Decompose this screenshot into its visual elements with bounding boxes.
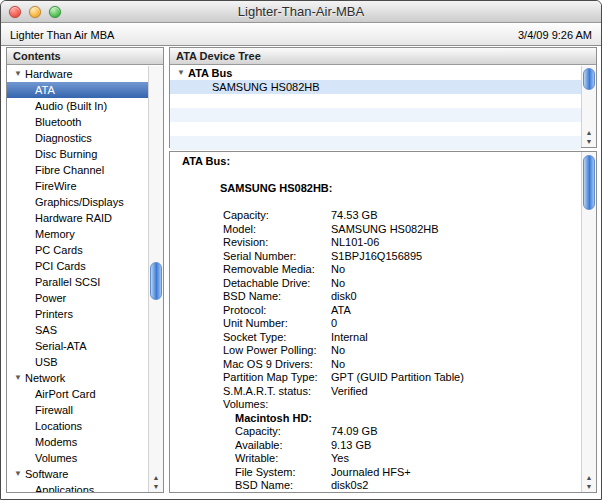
sidebar-item-airport-card[interactable]: AirPort Card <box>7 386 148 402</box>
disclosure-triangle-icon[interactable]: ▼ <box>176 66 186 80</box>
detail-label: BSD Name: <box>223 290 331 304</box>
sidebar-item-power[interactable]: Power <box>7 290 148 306</box>
device-tree-empty-row <box>170 108 581 122</box>
sidebar-item-diagnostics[interactable]: Diagnostics <box>7 130 148 146</box>
sidebar-item-serial-ata[interactable]: Serial-ATA <box>7 338 148 354</box>
detail-value: disk0s2 <box>331 479 368 492</box>
minimize-button[interactable] <box>29 6 41 18</box>
system-profiler-window: Lighter-Than-Air-MBA Lighter Than Air MB… <box>0 0 602 500</box>
sidebar-item-hardware-raid[interactable]: Hardware RAID <box>7 210 148 226</box>
sidebar-item-ata[interactable]: ATA <box>7 82 148 98</box>
scrollbar-thumb[interactable] <box>150 262 162 300</box>
detail-row-unit-number: Unit Number:0 <box>223 317 581 331</box>
detail-row-detachable-drive: Detachable Drive:No <box>223 277 581 291</box>
sidebar-list: ▼HardwareATAAudio (Built In)BluetoothDia… <box>7 66 148 492</box>
sidebar-section-label: Network <box>25 370 65 386</box>
scrollbar-arrows-icon[interactable]: ▲▼ <box>149 473 163 491</box>
detail-value: ATA <box>331 304 351 318</box>
detail-row-mac-os-9-drivers: Mac OS 9 Drivers:No <box>223 358 581 372</box>
detail-label: Protocol: <box>223 304 331 318</box>
sidebar-item-parallel-scsi[interactable]: Parallel SCSI <box>7 274 148 290</box>
detail-label: Model: <box>223 223 331 237</box>
scrollbar-arrows-icon[interactable]: ▲▼ <box>582 128 596 146</box>
sidebar-item-graphics-displays[interactable]: Graphics/Displays <box>7 194 148 210</box>
detail-label: S.M.A.R.T. status: <box>223 385 331 399</box>
sidebar-item-pci-cards[interactable]: PCI Cards <box>7 258 148 274</box>
sidebar-item-audio-built-in[interactable]: Audio (Built In) <box>7 98 148 114</box>
device-tree-row-ata-bus[interactable]: ▼ATA Bus <box>170 66 581 80</box>
detail-row-protocol: Protocol:ATA <box>223 304 581 318</box>
device-tree-scrollbar[interactable]: ▲▼ <box>581 66 596 147</box>
device-tree-label: SAMSUNG HS082HB <box>170 80 320 94</box>
close-button[interactable] <box>9 6 21 18</box>
sidebar-item-firewire[interactable]: FireWire <box>7 178 148 194</box>
detail-value: 0 <box>331 317 337 331</box>
device-title: SAMSUNG HS082HB: <box>220 182 581 196</box>
detail-value: disk0 <box>331 290 357 304</box>
detail-row-bsd-name: BSD Name:disk0s2 <box>223 479 581 492</box>
detail-label: Capacity: <box>223 209 331 223</box>
detail-row-file-system: File System:Journaled HFS+ <box>223 466 581 480</box>
detail-content: ATA Bus: SAMSUNG HS082HB: Capacity:74.53… <box>170 152 581 492</box>
sidebar-item-usb[interactable]: USB <box>7 354 148 370</box>
scrollbar-arrows-icon[interactable]: ▲▼ <box>582 473 596 491</box>
device-tree-empty-row <box>170 122 581 136</box>
sidebar-item-printers[interactable]: Printers <box>7 306 148 322</box>
disclosure-triangle-icon[interactable]: ▼ <box>13 466 23 482</box>
detail-value: NL101-06 <box>331 236 379 250</box>
detail-row-bsd-name: BSD Name:disk0 <box>223 290 581 304</box>
device-tree-empty-row <box>170 94 581 108</box>
scrollbar-thumb[interactable] <box>583 68 595 90</box>
title-bar[interactable]: Lighter-Than-Air-MBA <box>1 1 601 23</box>
detail-value: No <box>331 358 345 372</box>
window-title: Lighter-Than-Air-MBA <box>1 1 601 23</box>
sidebar-item-sas[interactable]: SAS <box>7 322 148 338</box>
detail-label: Writable: <box>223 452 331 466</box>
detail-value: No <box>331 344 345 358</box>
zoom-button[interactable] <box>49 6 61 18</box>
computer-name: Lighter Than Air MBA <box>10 29 114 41</box>
disclosure-triangle-icon[interactable]: ▼ <box>13 370 23 386</box>
sidebar-item-modems[interactable]: Modems <box>7 434 148 450</box>
sidebar-section-network[interactable]: ▼Network <box>7 370 148 386</box>
detail-row-serial-number: Serial Number:S1BPJ16Q156895 <box>223 250 581 264</box>
device-tree-empty-row <box>170 136 581 150</box>
detail-row-low-power-polling: Low Power Polling:No <box>223 344 581 358</box>
scrollbar-thumb[interactable] <box>583 155 595 210</box>
sidebar-section-software[interactable]: ▼Software <box>7 466 148 482</box>
detail-row-s-m-a-r-t-status: S.M.A.R.T. status:Verified <box>223 385 581 399</box>
detail-value: GPT (GUID Partition Table) <box>331 371 464 385</box>
device-tree-label: ATA Bus <box>188 66 232 80</box>
disclosure-triangle-icon[interactable]: ▼ <box>13 66 23 82</box>
detail-fields: Capacity:74.53 GBModel:SAMSUNG HS082HBRe… <box>223 209 581 492</box>
detail-label: Socket Type: <box>223 331 331 345</box>
sidebar-item-bluetooth[interactable]: Bluetooth <box>7 114 148 130</box>
detail-value: 9.13 GB <box>331 439 371 453</box>
device-tree-row-samsung-hs082hb[interactable]: SAMSUNG HS082HB <box>170 80 581 94</box>
detail-scrollbar[interactable]: ▲▼ <box>581 152 596 492</box>
detail-value: 74.53 GB <box>331 209 377 223</box>
detail-value: Journaled HFS+ <box>331 466 411 480</box>
sidebar-item-firewall[interactable]: Firewall <box>7 402 148 418</box>
sidebar-section-hardware[interactable]: ▼Hardware <box>7 66 148 82</box>
sidebar-scrollbar[interactable]: ▲▼ <box>148 66 163 492</box>
sidebar-item-pc-cards[interactable]: PC Cards <box>7 242 148 258</box>
sidebar-item-disc-burning[interactable]: Disc Burning <box>7 146 148 162</box>
sidebar-section-label: Software <box>25 466 68 482</box>
sidebar-item-locations[interactable]: Locations <box>7 418 148 434</box>
device-tree-rows: ▼ATA BusSAMSUNG HS082HB <box>170 66 581 147</box>
sidebar-item-applications[interactable]: Applications <box>7 482 148 492</box>
detail-label: BSD Name: <box>223 479 331 492</box>
sidebar-item-memory[interactable]: Memory <box>7 226 148 242</box>
detail-value: S1BPJ16Q156895 <box>331 250 422 264</box>
sidebar-item-fibre-channel[interactable]: Fibre Channel <box>7 162 148 178</box>
contents-sidebar: Contents ▼HardwareATAAudio (Built In)Blu… <box>6 47 164 493</box>
detail-row-capacity: Capacity:74.09 GB <box>223 425 581 439</box>
detail-row-partition-map-type: Partition Map Type:GPT (GUID Partition T… <box>223 371 581 385</box>
device-tree-header: ATA Device Tree <box>170 48 596 65</box>
report-datetime: 3/4/09 9:26 AM <box>518 29 592 41</box>
sidebar-item-volumes[interactable]: Volumes <box>7 450 148 466</box>
detail-row-writable: Writable:Yes <box>223 452 581 466</box>
detail-row-revision: Revision:NL101-06 <box>223 236 581 250</box>
detail-value: Verified <box>331 385 368 399</box>
